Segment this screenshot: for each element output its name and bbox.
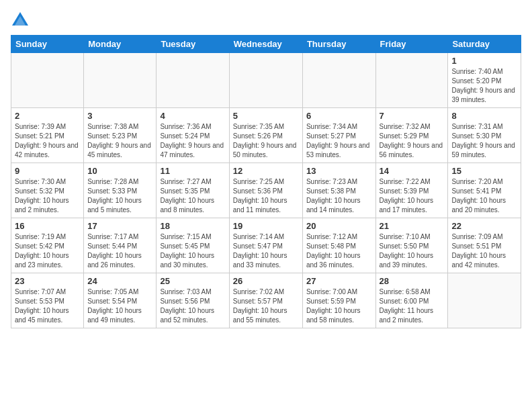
- column-header-monday: Monday: [84, 36, 157, 53]
- day-number: 10: [87, 166, 152, 176]
- day-number: 20: [306, 221, 372, 231]
- day-number: 16: [15, 221, 80, 231]
- calendar-day-cell: 16Sunrise: 7:19 AM Sunset: 5:42 PM Dayli…: [11, 218, 84, 273]
- calendar-day-cell: 14Sunrise: 7:22 AM Sunset: 5:39 PM Dayli…: [375, 163, 448, 218]
- day-number: 28: [380, 276, 445, 286]
- calendar-day-cell: 28Sunrise: 6:58 AM Sunset: 6:00 PM Dayli…: [375, 273, 448, 328]
- calendar-day-cell: 9Sunrise: 7:30 AM Sunset: 5:32 PM Daylig…: [11, 163, 84, 218]
- day-info: Sunrise: 7:35 AM Sunset: 5:26 PM Dayligh…: [233, 122, 299, 160]
- calendar-day-cell: 7Sunrise: 7:32 AM Sunset: 5:29 PM Daylig…: [375, 108, 448, 163]
- day-info: Sunrise: 7:07 AM Sunset: 5:53 PM Dayligh…: [15, 287, 80, 325]
- day-info: Sunrise: 6:58 AM Sunset: 6:00 PM Dayligh…: [380, 287, 445, 325]
- day-info: Sunrise: 7:00 AM Sunset: 5:59 PM Dayligh…: [306, 287, 372, 325]
- day-info: Sunrise: 7:09 AM Sunset: 5:51 PM Dayligh…: [451, 232, 517, 270]
- calendar-day-cell: [84, 53, 157, 108]
- day-number: 27: [306, 276, 372, 286]
- calendar-header-row: SundayMondayTuesdayWednesdayThursdayFrid…: [11, 36, 521, 53]
- day-number: 24: [87, 276, 152, 286]
- day-number: 4: [160, 111, 225, 121]
- calendar-day-cell: 24Sunrise: 7:05 AM Sunset: 5:54 PM Dayli…: [84, 273, 157, 328]
- calendar-day-cell: 17Sunrise: 7:17 AM Sunset: 5:44 PM Dayli…: [84, 218, 157, 273]
- day-number: 7: [380, 111, 445, 121]
- calendar-day-cell: 1Sunrise: 7:40 AM Sunset: 5:20 PM Daylig…: [448, 53, 521, 108]
- day-number: 13: [306, 166, 372, 176]
- day-info: Sunrise: 7:20 AM Sunset: 5:41 PM Dayligh…: [451, 177, 517, 215]
- calendar-day-cell: 21Sunrise: 7:10 AM Sunset: 5:50 PM Dayli…: [375, 218, 448, 273]
- day-info: Sunrise: 7:17 AM Sunset: 5:44 PM Dayligh…: [87, 232, 152, 270]
- column-header-sunday: Sunday: [11, 36, 84, 53]
- day-info: Sunrise: 7:02 AM Sunset: 5:57 PM Dayligh…: [233, 287, 299, 325]
- calendar-day-cell: 25Sunrise: 7:03 AM Sunset: 5:56 PM Dayli…: [157, 273, 229, 328]
- day-number: 21: [380, 221, 445, 231]
- day-info: Sunrise: 7:32 AM Sunset: 5:29 PM Dayligh…: [380, 122, 445, 160]
- calendar-week-row: 9Sunrise: 7:30 AM Sunset: 5:32 PM Daylig…: [11, 163, 521, 218]
- calendar-day-cell: 10Sunrise: 7:28 AM Sunset: 5:33 PM Dayli…: [84, 163, 157, 218]
- day-number: 3: [87, 111, 152, 121]
- day-number: 1: [451, 56, 517, 66]
- day-info: Sunrise: 7:22 AM Sunset: 5:39 PM Dayligh…: [380, 177, 445, 215]
- day-number: 12: [233, 166, 299, 176]
- day-info: Sunrise: 7:28 AM Sunset: 5:33 PM Dayligh…: [87, 177, 152, 215]
- day-info: Sunrise: 7:34 AM Sunset: 5:27 PM Dayligh…: [306, 122, 372, 160]
- calendar-day-cell: 12Sunrise: 7:25 AM Sunset: 5:36 PM Dayli…: [229, 163, 302, 218]
- calendar-day-cell: 20Sunrise: 7:12 AM Sunset: 5:48 PM Dayli…: [302, 218, 375, 273]
- page-header: [11, 11, 521, 30]
- calendar-day-cell: 15Sunrise: 7:20 AM Sunset: 5:41 PM Dayli…: [448, 163, 521, 218]
- day-number: 2: [15, 111, 80, 121]
- day-info: Sunrise: 7:15 AM Sunset: 5:45 PM Dayligh…: [160, 232, 225, 270]
- calendar-day-cell: 5Sunrise: 7:35 AM Sunset: 5:26 PM Daylig…: [229, 108, 302, 163]
- day-number: 26: [233, 276, 299, 286]
- calendar-day-cell: 3Sunrise: 7:38 AM Sunset: 5:23 PM Daylig…: [84, 108, 157, 163]
- calendar-day-cell: [375, 53, 448, 108]
- day-info: Sunrise: 7:39 AM Sunset: 5:21 PM Dayligh…: [15, 122, 80, 160]
- calendar-day-cell: 26Sunrise: 7:02 AM Sunset: 5:57 PM Dayli…: [229, 273, 302, 328]
- day-info: Sunrise: 7:12 AM Sunset: 5:48 PM Dayligh…: [306, 232, 372, 270]
- day-number: 22: [451, 221, 517, 231]
- day-number: 19: [233, 221, 299, 231]
- day-info: Sunrise: 7:23 AM Sunset: 5:38 PM Dayligh…: [306, 177, 372, 215]
- calendar-day-cell: 4Sunrise: 7:36 AM Sunset: 5:24 PM Daylig…: [157, 108, 229, 163]
- calendar-day-cell: 22Sunrise: 7:09 AM Sunset: 5:51 PM Dayli…: [448, 218, 521, 273]
- day-info: Sunrise: 7:27 AM Sunset: 5:35 PM Dayligh…: [160, 177, 225, 215]
- logo-icon: [11, 11, 30, 30]
- calendar-week-row: 16Sunrise: 7:19 AM Sunset: 5:42 PM Dayli…: [11, 218, 521, 273]
- calendar-day-cell: [157, 53, 229, 108]
- calendar-table: SundayMondayTuesdayWednesdayThursdayFrid…: [11, 35, 521, 328]
- day-info: Sunrise: 7:30 AM Sunset: 5:32 PM Dayligh…: [15, 177, 80, 215]
- day-number: 17: [87, 221, 152, 231]
- column-header-tuesday: Tuesday: [157, 36, 229, 53]
- calendar-day-cell: 27Sunrise: 7:00 AM Sunset: 5:59 PM Dayli…: [302, 273, 375, 328]
- day-number: 18: [160, 221, 225, 231]
- column-header-saturday: Saturday: [448, 36, 521, 53]
- calendar-day-cell: 2Sunrise: 7:39 AM Sunset: 5:21 PM Daylig…: [11, 108, 84, 163]
- day-info: Sunrise: 7:03 AM Sunset: 5:56 PM Dayligh…: [160, 287, 225, 325]
- calendar-week-row: 1Sunrise: 7:40 AM Sunset: 5:20 PM Daylig…: [11, 53, 521, 108]
- calendar-day-cell: 6Sunrise: 7:34 AM Sunset: 5:27 PM Daylig…: [302, 108, 375, 163]
- calendar-day-cell: 13Sunrise: 7:23 AM Sunset: 5:38 PM Dayli…: [302, 163, 375, 218]
- calendar-day-cell: 18Sunrise: 7:15 AM Sunset: 5:45 PM Dayli…: [157, 218, 229, 273]
- calendar-day-cell: [302, 53, 375, 108]
- calendar-day-cell: [229, 53, 302, 108]
- calendar-day-cell: 8Sunrise: 7:31 AM Sunset: 5:30 PM Daylig…: [448, 108, 521, 163]
- day-info: Sunrise: 7:19 AM Sunset: 5:42 PM Dayligh…: [15, 232, 80, 270]
- day-number: 15: [451, 166, 517, 176]
- day-info: Sunrise: 7:14 AM Sunset: 5:47 PM Dayligh…: [233, 232, 299, 270]
- column-header-wednesday: Wednesday: [229, 36, 302, 53]
- calendar-day-cell: 23Sunrise: 7:07 AM Sunset: 5:53 PM Dayli…: [11, 273, 84, 328]
- day-info: Sunrise: 7:25 AM Sunset: 5:36 PM Dayligh…: [233, 177, 299, 215]
- calendar-day-cell: 11Sunrise: 7:27 AM Sunset: 5:35 PM Dayli…: [157, 163, 229, 218]
- day-number: 9: [15, 166, 80, 176]
- day-number: 8: [451, 111, 517, 121]
- calendar-day-cell: [11, 53, 84, 108]
- calendar-day-cell: [448, 273, 521, 328]
- day-number: 14: [380, 166, 445, 176]
- calendar-day-cell: 19Sunrise: 7:14 AM Sunset: 5:47 PM Dayli…: [229, 218, 302, 273]
- column-header-friday: Friday: [375, 36, 448, 53]
- day-info: Sunrise: 7:40 AM Sunset: 5:20 PM Dayligh…: [451, 67, 517, 105]
- day-number: 23: [15, 276, 80, 286]
- day-info: Sunrise: 7:10 AM Sunset: 5:50 PM Dayligh…: [380, 232, 445, 270]
- calendar-week-row: 2Sunrise: 7:39 AM Sunset: 5:21 PM Daylig…: [11, 108, 521, 163]
- day-info: Sunrise: 7:05 AM Sunset: 5:54 PM Dayligh…: [87, 287, 152, 325]
- logo: [11, 11, 32, 30]
- day-number: 6: [306, 111, 372, 121]
